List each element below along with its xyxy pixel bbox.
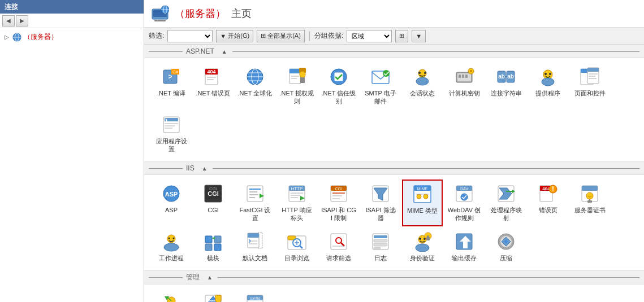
item-request-filtering[interactable]: 请求筛选 xyxy=(318,227,359,266)
item-cgi[interactable]: CGI CGI CGI xyxy=(193,180,234,226)
sidebar-back-button[interactable]: ◀ xyxy=(2,15,15,27)
item-output-cache[interactable]: 输出缓存 xyxy=(444,227,485,266)
svg-text:CGI: CGI xyxy=(209,186,217,191)
server-certs-icon xyxy=(580,183,600,204)
item-directory-browsing[interactable]: 目录浏览 xyxy=(276,227,317,266)
item-logging[interactable]: 日志 xyxy=(360,227,401,266)
section-management-collapse[interactable]: ▲ xyxy=(205,273,214,282)
item-dotnet-compiler[interactable]: > C# .NET 编译 xyxy=(151,63,192,110)
iis-icon-grid: ASP ASP CGI CGI CGI xyxy=(144,175,644,270)
item-dotnet-auth-rules[interactable]: .NET 授权规则 xyxy=(276,63,317,110)
svg-point-119 xyxy=(173,237,175,239)
svg-rect-71 xyxy=(247,186,263,202)
section-iis-label: IIS xyxy=(186,164,195,172)
item-providers[interactable]: 提供程序 xyxy=(528,63,568,110)
item-isapi-filters[interactable]: ISAPI 筛选器 xyxy=(360,180,401,226)
svg-rect-123 xyxy=(214,244,221,251)
item-fastcgi[interactable]: FastCGI 设置 xyxy=(235,180,275,226)
isapi-filters-label: ISAPI 筛选器 xyxy=(363,206,398,222)
item-dotnet-trust-level[interactable]: .NET 信任级别 xyxy=(318,63,359,110)
item-shared-config[interactable]: 共享的配置 xyxy=(193,289,234,302)
svg-rect-142 xyxy=(374,243,387,246)
item-auth[interactable]: 身份验证 xyxy=(402,227,443,266)
svg-point-96 xyxy=(423,194,428,199)
item-server-certs[interactable]: 服务器证书 xyxy=(569,180,610,226)
item-handler-mappings[interactable]: 处理程序映射 xyxy=(486,180,526,226)
item-compression[interactable]: 压缩 xyxy=(486,227,526,266)
item-modules[interactable]: 模块 xyxy=(193,227,234,266)
item-app-settings[interactable]: 应用程序设置 xyxy=(151,111,192,157)
section-management-label: 管理 xyxy=(186,273,200,282)
view-toggle-button[interactable]: ⊞ xyxy=(395,30,408,42)
svg-rect-121 xyxy=(214,236,221,243)
section-iis-collapse[interactable]: ▲ xyxy=(200,164,209,173)
filter-select[interactable] xyxy=(167,30,213,42)
item-http-response-headers[interactable]: HTTP HTTP 响应标头 xyxy=(276,180,317,226)
section-iis: IIS ▲ ASP ASP xyxy=(144,161,644,270)
show-all-button[interactable]: ⊞ 全部显示(A) xyxy=(257,30,305,42)
svg-text:ab: ab xyxy=(507,73,514,80)
svg-rect-135 xyxy=(331,234,347,250)
item-feature-delegation[interactable]: 功能委派 xyxy=(151,289,192,302)
aspnet-icon-grid: > C# .NET 编译 404 xyxy=(144,58,644,161)
default-document-label: 默认文档 xyxy=(243,254,267,262)
output-cache-label: 输出缓存 xyxy=(452,254,477,262)
svg-rect-112 xyxy=(582,186,598,191)
item-machine-key[interactable]: 计算机密钥 xyxy=(444,63,485,110)
group-by-select[interactable]: 区域 xyxy=(347,30,392,42)
directory-browsing-label: 目录浏览 xyxy=(284,254,309,262)
item-mime-types[interactable]: MIME MIME 类型 xyxy=(402,180,443,226)
item-smtp-email[interactable]: SMTP 电子邮件 xyxy=(360,63,401,110)
auth-label: 身份验证 xyxy=(410,254,435,262)
item-worker-processes[interactable]: 工作进程 xyxy=(151,227,192,266)
svg-rect-140 xyxy=(374,235,387,238)
section-aspnet-collapse[interactable]: ▲ xyxy=(220,47,229,56)
directory-browsing-icon xyxy=(287,231,307,252)
request-filtering-icon xyxy=(329,231,349,252)
sidebar-tree: ▷ （服务器） xyxy=(0,28,144,302)
item-connection-strings[interactable]: ab ab 连接字符串 xyxy=(486,63,526,110)
svg-point-146 xyxy=(419,238,421,240)
tree-item-server[interactable]: ▷ （服务器） xyxy=(0,30,144,43)
dotnet-trust-level-icon xyxy=(329,67,349,87)
sidebar-forward-button[interactable]: ▶ xyxy=(16,15,28,27)
item-isapi-cgi-restrictions[interactable]: CGI ISAPI 和 CGI 限制 xyxy=(318,180,359,226)
svg-text:MIME: MIME xyxy=(417,187,428,191)
item-config-editor[interactable]: config 配置编辑器 xyxy=(235,289,275,302)
fastcgi-label: FastCGI 设置 xyxy=(237,206,273,222)
svg-text:ab: ab xyxy=(498,73,505,80)
start-button[interactable]: ▼ 开始(G) xyxy=(216,30,253,42)
item-dotnet-globalization[interactable]: .NET 全球化 xyxy=(235,63,275,110)
dotnet-error-pages-icon: 404 xyxy=(203,67,223,87)
tree-expand-arrow: ▷ xyxy=(5,34,10,40)
item-dotnet-error-pages[interactable]: 404 .NET 错误页 xyxy=(193,63,234,110)
view-icon2: ▼ xyxy=(416,33,422,40)
svg-text:404: 404 xyxy=(207,69,215,75)
pages-controls-icon xyxy=(580,67,600,87)
tree-server-label: （服务器） xyxy=(24,32,58,42)
pages-controls-label: 页面和控件 xyxy=(574,89,606,97)
item-webdav[interactable]: DAV WebDAV 创作规则 xyxy=(444,180,485,226)
start-label: 开始(G) xyxy=(228,32,249,40)
item-error-pages[interactable]: 404 ! 错误页 xyxy=(528,180,568,226)
logging-icon xyxy=(370,231,391,252)
auth-icon xyxy=(412,231,433,252)
cgi-label: CGI xyxy=(208,206,219,214)
show-all-label: 全部显示(A) xyxy=(267,32,301,40)
view-toggle-button2[interactable]: ▼ xyxy=(412,30,426,42)
item-session-state[interactable]: 会话状态 xyxy=(402,63,443,110)
server-icon xyxy=(12,33,21,42)
providers-icon xyxy=(538,67,558,87)
svg-point-26 xyxy=(300,71,305,78)
item-default-document[interactable]: 默认文档 xyxy=(235,227,275,266)
isapi-filters-icon xyxy=(370,183,391,204)
sidebar: 连接 ◀ ▶ ▷ （服务器） xyxy=(0,0,144,302)
http-response-headers-label: HTTP 响应标头 xyxy=(279,206,314,222)
svg-rect-41 xyxy=(462,75,464,78)
svg-point-150 xyxy=(427,235,429,238)
svg-point-145 xyxy=(416,244,429,252)
dotnet-error-pages-label: .NET 错误页 xyxy=(196,89,231,97)
toolbar-separator xyxy=(309,31,310,41)
item-asp[interactable]: ASP ASP xyxy=(151,180,192,226)
item-pages-controls[interactable]: 页面和控件 xyxy=(569,63,610,110)
